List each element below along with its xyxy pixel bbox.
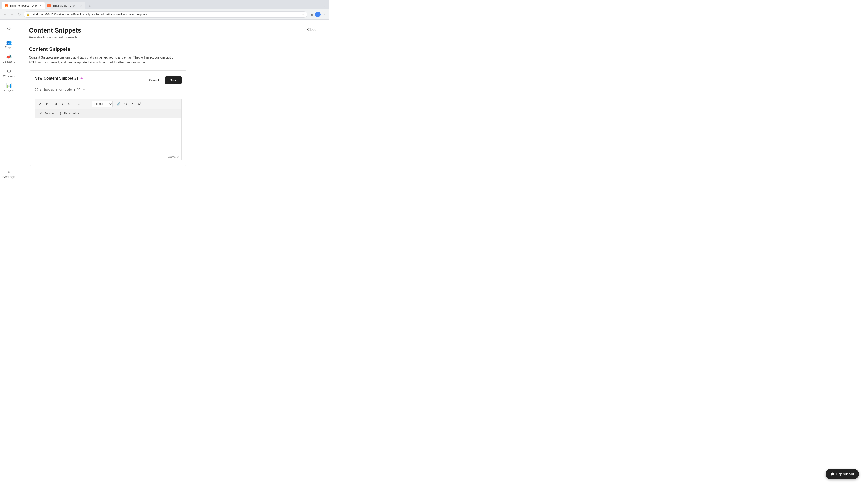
sidebar-label-campaigns: Campaigns <box>3 60 16 63</box>
page-header: Content Snippets Reusable bits of conten… <box>29 27 318 39</box>
source-label: Source <box>44 111 54 115</box>
snippet-actions: Cancel Save <box>145 76 182 84</box>
snippet-card: New Content Snippet #1 ✏ Cancel Save {{ … <box>29 70 187 166</box>
settings-icon: ⚙ <box>7 170 11 174</box>
section-title: Content Snippets <box>29 46 318 52</box>
tab-personalize[interactable]: {·} Personalize <box>57 110 82 116</box>
secure-icon: 🔒 <box>26 13 30 16</box>
refresh-button[interactable]: ↻ <box>16 11 23 18</box>
format-group: B I U <box>53 101 72 107</box>
browser-toolbar-right: ⊡ I ⋮ <box>308 11 327 18</box>
cancel-button[interactable]: Cancel <box>145 76 162 84</box>
snippet-name-edit-icon[interactable]: ✏ <box>81 76 83 80</box>
redo-button[interactable]: ↻ <box>43 101 50 107</box>
tab-close-2[interactable]: ✕ <box>79 4 83 7</box>
history-group: ↺ ↻ <box>37 101 50 107</box>
word-count: Words: 0 <box>168 156 179 159</box>
insert-group: 🔗 ❝ 🖼 <box>116 101 142 107</box>
logo-icon: ☺ <box>6 25 11 31</box>
tab-overflow: ⌄ <box>321 2 327 9</box>
analytics-icon: 📊 <box>6 83 12 88</box>
main-content: Content Snippets Reusable bits of conten… <box>18 20 329 184</box>
address-toolbar: ← → ↻ 🔒 getdrip.com/7641396/settings/ema… <box>0 9 329 20</box>
new-tab-button[interactable]: + <box>86 3 93 9</box>
format-select[interactable]: Format Heading 1 Heading 2 Heading 3 Nor… <box>92 101 113 107</box>
editor-toolbar: ↺ ↻ B I U ≡ ≣ Format Heading 1 <box>35 99 182 109</box>
back-button[interactable]: ← <box>2 11 8 18</box>
close-button[interactable]: Close <box>305 27 318 33</box>
logo[interactable]: ☺ <box>4 23 14 33</box>
separator-3 <box>90 102 90 106</box>
personalize-label: Personalize <box>64 111 79 115</box>
link-button[interactable]: 🔗 <box>116 101 122 107</box>
shortcode-text: {{ snippets.shortcode_1 }} <box>35 88 81 91</box>
browser-chrome: 🔥 Email Templates - Drip ✕ ⚙ Email Setup… <box>0 0 329 20</box>
campaigns-icon: 📣 <box>6 54 12 59</box>
source-icon: <> <box>40 111 43 115</box>
sidebar-item-analytics[interactable]: 📊 Analytics <box>1 81 17 94</box>
ordered-list-button[interactable]: ≣ <box>82 101 89 107</box>
unordered-list-button[interactable]: ≡ <box>75 101 82 107</box>
forward-button[interactable]: → <box>9 11 16 18</box>
save-button[interactable]: Save <box>165 76 182 84</box>
profile-button[interactable]: I <box>315 12 320 17</box>
section-description: Content Snippets are custom Liquid tags … <box>29 55 183 65</box>
bookmark-icon[interactable]: ☆ <box>302 13 305 16</box>
separator-4 <box>114 102 114 106</box>
tab-close-1[interactable]: ✕ <box>38 4 42 7</box>
tab-favicon-1: 🔥 <box>4 4 8 7</box>
list-group: ≡ ≣ <box>75 101 89 107</box>
address-bar[interactable]: 🔒 getdrip.com/7641396/settings/email?sec… <box>24 11 307 18</box>
tab-list-button[interactable]: ⌄ <box>321 2 327 8</box>
snippet-intro: Content Snippets Content Snippets are cu… <box>29 46 318 65</box>
tab-source[interactable]: <> Source <box>37 110 57 116</box>
extensions-button[interactable]: ⊡ <box>308 11 315 18</box>
italic-button[interactable]: I <box>59 101 66 107</box>
menu-button[interactable]: ⋮ <box>321 11 327 18</box>
bold-button[interactable]: B <box>53 101 59 107</box>
page-title: Content Snippets <box>29 27 81 34</box>
unlink-button[interactable] <box>122 101 129 107</box>
sidebar-label-settings: Settings <box>2 175 16 179</box>
tab-title-1: Email Templates - Drip <box>9 4 37 7</box>
people-icon: 👥 <box>6 39 12 45</box>
page-header-left: Content Snippets Reusable bits of conten… <box>29 27 81 39</box>
sidebar-item-campaigns[interactable]: 📣 Campaigns <box>1 52 17 65</box>
editor-area[interactable]: Words: 0 <box>35 118 182 160</box>
image-button[interactable]: 🖼 <box>136 101 142 107</box>
shortcode-edit-icon[interactable]: ✏ <box>83 88 85 91</box>
sidebar-item-people[interactable]: 👥 People <box>1 38 17 51</box>
editor-footer: Words: 0 <box>35 154 181 160</box>
sidebar-label-people: People <box>5 46 13 48</box>
page-subtitle: Reusable bits of content for emails <box>29 35 81 39</box>
separator-2 <box>74 102 74 106</box>
sidebar-bottom: ⚙ Settings <box>1 168 17 181</box>
shortcode-row: {{ snippets.shortcode_1 }} ✏ <box>35 88 182 95</box>
sidebar-item-settings[interactable]: ⚙ Settings <box>1 168 17 181</box>
sidebar-label-workflows: Workflows <box>3 75 15 77</box>
workflows-icon: ⚙ <box>7 68 11 74</box>
sidebar-item-workflows[interactable]: ⚙ Workflows <box>1 67 17 79</box>
app-container: ☺ 👥 People 📣 Campaigns ⚙ Workflows 📊 Ana… <box>0 20 329 184</box>
tab-bar: 🔥 Email Templates - Drip ✕ ⚙ Email Setup… <box>0 0 329 9</box>
personalize-icon: {·} <box>60 111 62 115</box>
tab-email-setup[interactable]: ⚙ Email Setup - Drip ✕ <box>45 2 86 9</box>
sidebar: ☺ 👥 People 📣 Campaigns ⚙ Workflows 📊 Ana… <box>0 20 18 184</box>
undo-button[interactable]: ↺ <box>37 101 43 107</box>
snippet-header: New Content Snippet #1 ✏ Cancel Save <box>35 76 182 84</box>
editor-tabs: <> Source {·} Personalize <box>35 109 182 118</box>
tab-favicon-2: ⚙ <box>48 4 51 7</box>
editor-content[interactable] <box>35 118 181 154</box>
tab-email-templates[interactable]: 🔥 Email Templates - Drip ✕ <box>2 2 45 9</box>
tab-title-2: Email Setup - Drip <box>53 4 77 7</box>
snippet-name-text: New Content Snippet #1 <box>35 76 79 80</box>
sidebar-label-analytics: Analytics <box>4 89 14 92</box>
url-text: getdrip.com/7641396/settings/email?secti… <box>31 13 301 16</box>
underline-button[interactable]: U <box>66 101 72 107</box>
snippet-name: New Content Snippet #1 ✏ <box>35 76 83 80</box>
blockquote-button[interactable]: ❝ <box>129 101 135 107</box>
